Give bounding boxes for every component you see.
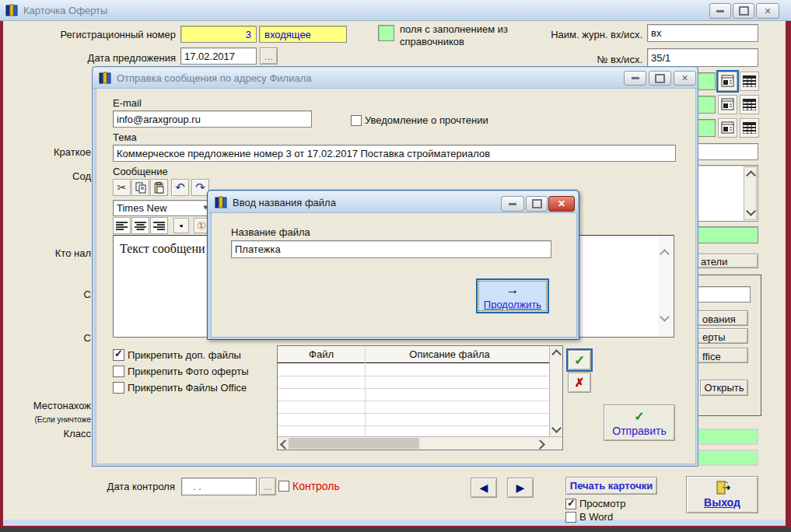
control-checkbox-label: Контроль — [292, 480, 340, 492]
nav-next-button[interactable]: ▶ — [507, 478, 534, 498]
ref-lookup-button-3[interactable] — [718, 118, 737, 138]
cut-button[interactable]: ✂ — [113, 179, 131, 196]
preview-checkbox[interactable] — [565, 499, 576, 509]
reg-number-field[interactable]: 3 — [180, 26, 257, 43]
filename-dialog-titlebar[interactable]: Ввод названия файла ✕ — [208, 191, 578, 213]
copy-button[interactable] — [131, 179, 149, 196]
align-center-button[interactable] — [131, 217, 149, 234]
email-label: E-mail — [113, 97, 142, 109]
align-left-icon — [116, 221, 128, 231]
scroll-up-icon[interactable] — [551, 349, 562, 359]
bullet-icon: ▪ — [180, 220, 183, 231]
send-dialog-minimize-button[interactable] — [624, 71, 646, 86]
send-button[interactable]: ✓ Отправить — [604, 404, 675, 441]
office-files-button-label: ffice — [702, 351, 721, 362]
scroll-down-icon[interactable] — [746, 206, 756, 216]
send-dialog-maximize-button[interactable] — [649, 71, 671, 86]
align-left-button[interactable] — [113, 217, 131, 234]
maximize-button[interactable] — [733, 3, 754, 19]
if-destroyed-label: (Если уничтоже — [0, 415, 91, 424]
attach-office-label: Прикрепить Файлы Office — [128, 382, 247, 394]
continue-button[interactable]: → Продолжить — [476, 278, 549, 313]
left-label-5: С — [0, 332, 91, 344]
ref-table-button-1[interactable] — [740, 72, 759, 91]
cancel-row-button[interactable]: ✗ — [568, 373, 591, 393]
word-checkbox[interactable] — [565, 512, 576, 523]
ref-table-button-3[interactable] — [740, 118, 759, 138]
undo-button[interactable]: ↶ — [171, 179, 189, 196]
attach-photo-checkbox[interactable] — [113, 366, 124, 377]
card-form-icon — [721, 98, 734, 111]
numbered-icon: ① — [197, 220, 206, 232]
check-icon: ✓ — [574, 352, 585, 369]
control-date-browse-button[interactable]: ... — [259, 478, 276, 495]
confirm-row-button[interactable]: ✓ — [568, 350, 591, 370]
filename-dialog-close-button[interactable]: ✕ — [548, 196, 575, 212]
table-row[interactable] — [278, 425, 549, 426]
nav-prev-button[interactable]: ◀ — [471, 478, 497, 498]
bullet-list-button[interactable]: ▪ — [173, 218, 189, 233]
left-label-4: С — [0, 289, 91, 300]
file-desc-column-header[interactable]: Описание файла — [366, 348, 534, 360]
table-horizontal-scrollbar[interactable] — [278, 436, 562, 450]
maximize-icon — [532, 199, 542, 208]
scrollbar-thumb[interactable] — [289, 438, 419, 449]
filename-dialog-maximize-button[interactable] — [526, 196, 548, 212]
right-listbox-scrollbar[interactable] — [744, 166, 757, 220]
legend-color-swatch — [378, 25, 394, 41]
table-row[interactable] — [278, 376, 549, 376]
offer-date-label: Дата предложения — [47, 52, 176, 64]
exit-button[interactable]: Выход — [686, 476, 758, 513]
control-date-label: Дата контроля — [78, 481, 175, 492]
minimize-button[interactable] — [709, 3, 731, 19]
table-grid-icon — [743, 122, 756, 134]
scroll-down-icon[interactable] — [660, 312, 670, 322]
table-row[interactable] — [278, 413, 549, 414]
font-select[interactable]: Times New Roman ▾ — [113, 200, 209, 216]
offer-date-browse-button[interactable]: ... — [260, 47, 278, 65]
align-right-button[interactable] — [150, 217, 168, 234]
attach-office-checkbox[interactable] — [113, 382, 124, 394]
scroll-right-icon[interactable] — [535, 439, 545, 450]
scroll-up-icon[interactable] — [660, 249, 670, 259]
email-input[interactable] — [113, 110, 312, 128]
close-button[interactable]: ✕ — [756, 3, 779, 19]
open-button[interactable]: Открыть — [700, 380, 748, 396]
short-desc-label: Краткое — [0, 146, 91, 158]
recipients-button-label: атели — [701, 256, 727, 268]
files-table[interactable]: Файл Описание файла — [277, 345, 563, 450]
table-vertical-scrollbar[interactable] — [549, 346, 562, 436]
align-right-icon — [153, 221, 165, 231]
minimize-icon — [716, 10, 724, 12]
filename-input[interactable] — [231, 240, 551, 258]
scroll-up-icon[interactable] — [746, 170, 756, 180]
print-card-button[interactable]: Печать карточки — [565, 477, 657, 495]
control-date-input[interactable] — [181, 478, 257, 495]
paste-button[interactable] — [150, 179, 168, 196]
ref-lookup-button-1[interactable] — [718, 72, 737, 91]
file-column-header[interactable]: Файл — [278, 348, 365, 360]
io-number-input[interactable] — [647, 48, 758, 67]
cross-icon: ✗ — [575, 376, 585, 390]
subject-input[interactable] — [113, 145, 676, 162]
message-scrollbar[interactable] — [658, 236, 672, 336]
attach-files-label: Прикрепить доп. файлы — [128, 349, 241, 361]
filename-dialog-minimize-button[interactable] — [501, 196, 524, 212]
table-row[interactable] — [278, 388, 549, 389]
send-dialog-close-button[interactable]: ✕ — [674, 71, 696, 86]
read-receipt-checkbox[interactable] — [351, 115, 362, 126]
attach-files-checkbox[interactable] — [113, 349, 124, 361]
journal-name-input[interactable] — [647, 24, 758, 42]
ref-lookup-button-2[interactable] — [718, 95, 737, 114]
exit-button-label: Выход — [704, 496, 740, 509]
offer-date-input[interactable] — [180, 47, 257, 65]
ref-table-button-2[interactable] — [740, 95, 759, 114]
paste-icon — [154, 182, 165, 194]
control-checkbox[interactable] — [278, 481, 289, 492]
reg-type-field[interactable]: входящее — [259, 26, 347, 43]
focus-outline — [478, 281, 547, 311]
scroll-down-icon[interactable] — [551, 423, 562, 433]
table-row[interactable] — [278, 401, 549, 401]
class-label: Класс — [0, 428, 91, 439]
send-dialog-titlebar[interactable]: Отправка сообщения по адресу Филиала ✕ — [93, 68, 697, 89]
